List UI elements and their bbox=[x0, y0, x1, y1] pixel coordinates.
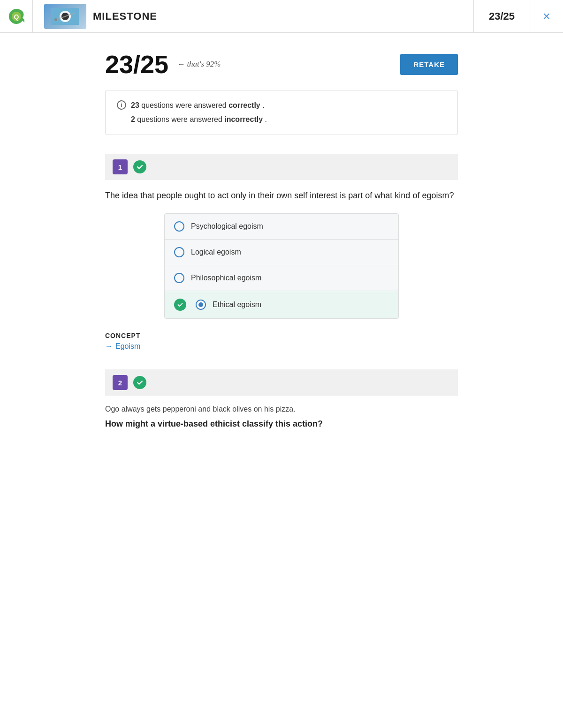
correct-bold: correctly bbox=[228, 101, 260, 109]
header-score: 23/25 bbox=[474, 0, 530, 32]
option-logical-radio bbox=[174, 247, 184, 257]
svg-point-5 bbox=[54, 18, 57, 21]
question-2-text: How might a virtue-based ethicist classi… bbox=[105, 419, 458, 429]
score-section: 23/25 ← that's 92% RETAKE bbox=[105, 52, 458, 77]
option-philosophical-label: Philosophical egoism bbox=[191, 274, 261, 282]
question-2-number: 2 bbox=[113, 375, 128, 390]
score-annotation: ← that's 92% bbox=[177, 60, 221, 69]
question-2-header: 2 bbox=[105, 369, 458, 396]
retake-button[interactable]: RETAKE bbox=[400, 54, 458, 75]
concept-label: CONCEPT bbox=[105, 332, 458, 339]
main-content: 23/25 ← that's 92% RETAKE i 23 questions… bbox=[94, 33, 469, 476]
option-ethical[interactable]: Ethical egoism bbox=[165, 291, 398, 318]
checkmark-icon-2 bbox=[136, 379, 144, 386]
question-1-number: 1 bbox=[113, 159, 128, 174]
checkmark-icon bbox=[136, 163, 144, 171]
milestone-thumb-icon bbox=[51, 8, 79, 25]
option-ethical-radio bbox=[196, 300, 206, 310]
info-incorrect-text: 2 questions were answered incorrectly . bbox=[131, 114, 267, 125]
concept-link[interactable]: Egoism bbox=[105, 342, 458, 351]
milestone-thumbnail bbox=[44, 4, 86, 29]
option-logical[interactable]: Logical egoism bbox=[165, 240, 398, 265]
score-left: 23/25 ← that's 92% bbox=[105, 52, 221, 77]
option-check-icon bbox=[177, 301, 183, 308]
option-philosophical-radio bbox=[174, 273, 184, 283]
header: Q MILESTONE 23/25 × bbox=[0, 0, 563, 33]
question-2-correct-badge bbox=[133, 376, 146, 389]
close-button[interactable]: × bbox=[530, 0, 563, 33]
info-incorrect-row: 2 questions were answered incorrectly . bbox=[117, 114, 446, 125]
question-1-correct-badge bbox=[133, 160, 146, 173]
close-icon: × bbox=[543, 9, 550, 24]
option-philosophical[interactable]: Philosophical egoism bbox=[165, 265, 398, 291]
question-2: 2 Ogo always gets pepperoni and black ol… bbox=[105, 369, 458, 429]
question-1-header: 1 bbox=[105, 154, 458, 180]
info-correct-text: 23 questions were answered correctly . bbox=[131, 100, 265, 111]
concept-section: CONCEPT Egoism bbox=[105, 332, 458, 351]
option-ethical-label: Ethical egoism bbox=[213, 300, 261, 309]
question-1: 1 The idea that people ought to act only… bbox=[105, 154, 458, 351]
correct-text: questions were answered bbox=[141, 101, 228, 109]
incorrect-bold: incorrectly bbox=[224, 115, 263, 123]
option-psychological-radio bbox=[174, 221, 184, 232]
milestone-section: MILESTONE bbox=[33, 0, 474, 32]
question-1-options: Psychological egoism Logical egoism Phil… bbox=[164, 213, 399, 319]
incorrect-count: 2 bbox=[131, 115, 135, 123]
correct-count: 23 bbox=[131, 101, 139, 109]
milestone-title: MILESTONE bbox=[93, 10, 157, 23]
question-1-text: The idea that people ought to act only i… bbox=[105, 189, 458, 202]
option-logical-label: Logical egoism bbox=[191, 248, 241, 256]
question-2-subtext: Ogo always gets pepperoni and black oliv… bbox=[105, 405, 458, 413]
logo-area: Q bbox=[0, 0, 33, 33]
option-psychological-label: Psychological egoism bbox=[191, 222, 263, 231]
info-correct-row: i 23 questions were answered correctly . bbox=[117, 100, 446, 111]
main-score: 23/25 bbox=[105, 52, 168, 77]
option-ethical-correct-icon bbox=[174, 299, 186, 311]
info-box: i 23 questions were answered correctly .… bbox=[105, 90, 458, 135]
quizlet-logo-icon: Q bbox=[7, 7, 26, 26]
option-psychological[interactable]: Psychological egoism bbox=[165, 214, 398, 240]
info-icon: i bbox=[117, 100, 126, 110]
svg-text:Q: Q bbox=[14, 13, 19, 21]
